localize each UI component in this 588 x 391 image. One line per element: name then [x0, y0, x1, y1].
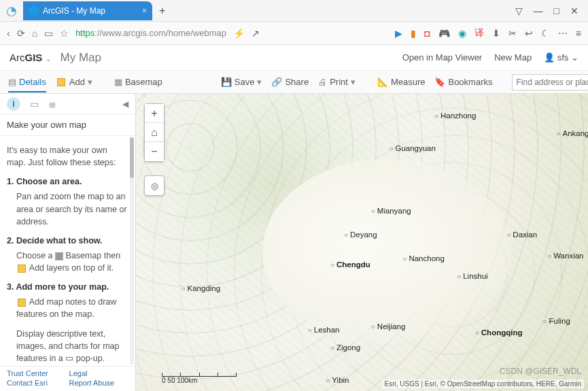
user-menu[interactable]: 👤 sfs ⌄ — [544, 52, 578, 63]
city-label: Guangyuan — [389, 144, 436, 152]
ext-red-icon[interactable]: ◘ — [424, 28, 430, 39]
ext-teal-icon[interactable]: ◉ — [458, 28, 466, 39]
star-icon[interactable]: ☆ — [60, 28, 69, 39]
url-scheme: https — [75, 28, 94, 38]
share-icon: 🔗 — [271, 77, 282, 87]
chevron-down-icon: ▾ — [351, 77, 356, 87]
bookmark-icon: 🔖 — [434, 77, 445, 87]
intro-text: It's easy to make your own map. Just fol… — [7, 144, 127, 169]
close-icon[interactable]: × — [142, 6, 147, 16]
download-icon[interactable]: ⬇ — [492, 28, 500, 39]
step-3-body-b: Display descriptive text, images, and ch… — [16, 328, 127, 364]
about-tab[interactable]: i — [7, 97, 20, 111]
city-label: Leshan — [308, 326, 340, 334]
step-2-body: Choose a Basemap then Add layers on top … — [16, 250, 127, 274]
report-abuse-link[interactable]: Report Abuse — [69, 379, 128, 387]
minimize-icon[interactable]: — — [534, 5, 543, 16]
contact-esri-link[interactable]: Contact Esri — [7, 379, 63, 387]
city-label: Linshui — [457, 272, 488, 280]
app-brand[interactable]: ArcGIS ⌄ — [10, 52, 51, 63]
add-button[interactable]: Add ▾ — [56, 77, 92, 87]
print-button[interactable]: 🖨Print ▾ — [318, 77, 356, 87]
add-inline-icon — [18, 265, 26, 273]
more-icon[interactable]: ⋯ — [558, 28, 568, 39]
new-map-link[interactable]: New Map — [494, 52, 532, 63]
scissors-icon[interactable]: ✂ — [508, 28, 517, 39]
open-map-viewer-link[interactable]: Open in Map Viewer — [402, 52, 483, 63]
globe-icon: 🌐 — [29, 6, 39, 16]
reader-icon[interactable]: ▭ — [44, 28, 53, 39]
locate-button[interactable]: ◎ — [144, 175, 165, 196]
city-label: Fuling — [543, 317, 570, 325]
play-icon[interactable]: ▶ — [395, 28, 402, 39]
add-layer-icon — [57, 78, 65, 86]
url-bar[interactable]: https://www.arcgis.com/home/webmap — [75, 28, 226, 38]
basemap-inline-icon — [55, 252, 63, 260]
side-scrollbar[interactable] — [130, 137, 134, 364]
save-button[interactable]: 💾Save ▾ — [221, 77, 262, 87]
search-input[interactable] — [512, 74, 589, 90]
maximize-icon[interactable]: □ — [554, 5, 559, 16]
gamepad-icon[interactable]: 🎮 — [438, 28, 450, 39]
window-close-icon[interactable]: ✕ — [570, 5, 578, 16]
step-1-title: 1. Choose an area. — [7, 175, 127, 188]
page-title: My Map — [60, 51, 101, 65]
city-label: Kangding — [181, 284, 221, 292]
step-3-body-a: Add map notes to draw features on the ma… — [16, 296, 127, 320]
city-label: Nanchong — [402, 254, 444, 262]
browser-tab[interactable]: 🌐 ArcGIS - My Map × — [23, 1, 152, 20]
menu-icon[interactable]: ≡ — [576, 28, 581, 39]
folder-icon[interactable]: ▮ — [411, 28, 416, 39]
city-label: Chengdu — [330, 260, 370, 269]
ruler-icon: 📐 — [377, 77, 388, 87]
popup-inline-icon: ▭ — [65, 354, 73, 363]
back-icon[interactable]: ‹ — [7, 28, 10, 39]
legal-link[interactable]: Legal — [69, 369, 128, 377]
lightning-icon[interactable]: ⚡ — [233, 28, 245, 39]
content-tab[interactable]: ▭ — [30, 99, 39, 109]
zoom-in-button[interactable]: + — [145, 104, 164, 123]
step-3-title: 3. Add more to your map. — [7, 281, 127, 293]
step-1-body: Pan and zoom the map to an area or searc… — [16, 190, 127, 227]
basemap-button[interactable]: ▦Basemap — [114, 77, 162, 87]
side-panel-title: Make your own map — [0, 114, 135, 136]
zoom-control: + ⌂ − — [144, 103, 165, 162]
city-label: Yibin — [326, 376, 349, 384]
list-icon: ▤ — [8, 77, 16, 87]
city-label: Hanzhong — [434, 112, 476, 120]
tab-title: ArcGIS - My Map — [43, 6, 105, 16]
browser-logo-icon: ◔ — [0, 0, 23, 22]
filter-icon[interactable]: ▽ — [515, 5, 523, 16]
city-label: Deyang — [344, 231, 377, 239]
save-icon: 💾 — [221, 77, 232, 87]
details-button[interactable]: ▤Details — [8, 77, 46, 92]
basemap-icon: ▦ — [114, 77, 122, 87]
reload-icon[interactable]: ⟳ — [17, 28, 25, 39]
chevron-down-icon: ▾ — [257, 77, 262, 87]
default-extent-button[interactable]: ⌂ — [145, 123, 164, 142]
city-label: Neijiang — [371, 322, 406, 330]
city-label: Wanxian — [547, 252, 583, 260]
zoom-out-button[interactable]: − — [145, 142, 164, 161]
new-tab-button[interactable]: + — [152, 5, 172, 17]
open-external-icon[interactable]: ↗ — [252, 28, 260, 39]
notes-inline-icon — [18, 299, 26, 307]
collapse-panel-icon[interactable]: ◀ — [122, 99, 128, 109]
bookmarks-button[interactable]: 🔖Bookmarks — [434, 77, 492, 87]
moon-icon[interactable]: ☾ — [541, 28, 550, 39]
scale-labels: 0 50 100km — [162, 377, 237, 384]
trust-center-link[interactable]: Trust Center — [7, 369, 63, 377]
city-label: Daxian — [506, 231, 537, 239]
print-icon: 🖨 — [318, 77, 327, 87]
legend-tab[interactable]: ≣ — [48, 99, 56, 109]
measure-button[interactable]: 📐Measure — [377, 77, 426, 87]
share-button[interactable]: 🔗Share — [271, 77, 309, 87]
basin-layer — [262, 159, 511, 343]
chevron-down-icon: ▾ — [88, 77, 92, 87]
map-canvas[interactable]: + ⌂ − ◎ 0 50 100km CSDN @GISER_WDL Esri,… — [136, 94, 588, 391]
undo-icon[interactable]: ↩ — [525, 28, 533, 39]
city-label: Zigong — [330, 343, 360, 352]
city-label: Ankang — [556, 129, 588, 137]
translate-icon[interactable]: 译 — [474, 27, 484, 39]
home-icon[interactable]: ⌂ — [32, 28, 37, 39]
